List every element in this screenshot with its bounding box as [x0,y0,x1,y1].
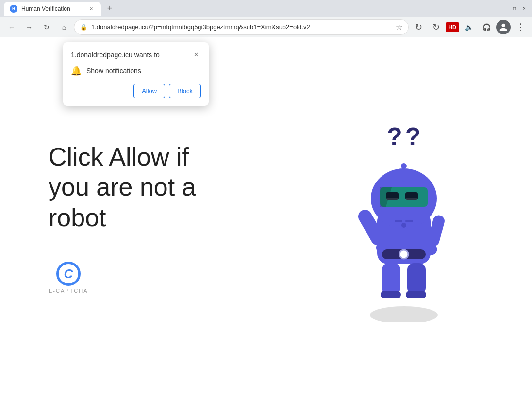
navigation-bar: ← → ↻ ⌂ 🔒 1.donaldredpage.icu/?p=mfqtmnt… [0,17,532,37]
address-bar[interactable]: 🔒 1.donaldredpage.icu/?p=mfqtmntbgq5gi3b… [74,19,409,35]
nav-right-buttons: ↻ ↻ HD 🔈 🎧 ⋮ [411,19,528,35]
menu-button[interactable]: ⋮ [513,19,528,35]
svg-rect-17 [405,198,418,200]
svg-rect-23 [406,291,426,298]
back-button[interactable]: ← [4,19,19,35]
profile-button[interactable] [496,20,511,34]
permission-text: Show notifications [86,67,141,75]
svg-point-24 [401,223,406,228]
block-button[interactable]: Block [169,84,201,98]
headphones-icon[interactable]: 🎧 [479,19,494,35]
captcha-icon: C [56,262,81,286]
close-window-button[interactable]: × [520,5,528,13]
robot-illustration: ?? [329,114,465,322]
window-controls: — □ × [501,5,528,13]
svg-point-19 [401,163,407,169]
svg-rect-26 [405,220,413,222]
speaker-icon[interactable]: 🔈 [461,19,477,35]
permission-popup: 1.donaldredpage.icu wants to × 🔔 Show no… [63,42,209,106]
popup-buttons: Allow Block [71,84,201,98]
home-button[interactable]: ⌂ [56,19,72,35]
forward-button[interactable]: → [21,19,37,35]
svg-rect-25 [395,220,402,222]
maximize-button[interactable]: □ [511,5,518,13]
new-tab-button[interactable]: + [103,2,116,16]
svg-rect-22 [381,291,401,298]
plugin-icon[interactable]: HD [446,22,459,32]
svg-rect-21 [407,263,426,295]
extensions-icon-2[interactable]: ↻ [428,19,444,35]
right-content: ?? [281,114,513,322]
bookmark-icon[interactable]: ☆ [396,22,402,32]
svg-rect-16 [386,198,399,200]
main-heading: Click Allow if you are not a robot [49,142,196,232]
captcha-label: E-CAPTCHA [49,288,88,294]
left-content: Click Allow if you are not a robot C E-C… [19,142,281,294]
tab-close-button[interactable]: × [87,5,95,13]
svg-rect-18 [402,167,405,182]
lock-icon: 🔒 [80,24,87,31]
popup-title: 1.donaldredpage.icu wants to [71,51,160,59]
popup-header: 1.donaldredpage.icu wants to × [71,50,201,60]
title-bar: H Human Verification × + — □ × [0,0,532,17]
svg-rect-20 [382,263,400,295]
minimize-button[interactable]: — [501,5,509,13]
browser-content: 1.donaldredpage.icu wants to × 🔔 Show no… [0,37,532,398]
extensions-icon-1[interactable]: ↻ [411,19,426,35]
reload-button[interactable]: ↻ [39,19,54,35]
tab-favicon: H [10,5,17,13]
browser-tab[interactable]: H Human Verification × [4,2,101,16]
address-text: 1.donaldredpage.icu/?p=mfqtmntbgq5gi3bpg… [91,23,392,31]
popup-permission-row: 🔔 Show notifications [71,66,201,76]
svg-text:??: ?? [387,122,424,150]
captcha-logo: C E-CAPTCHA [49,262,88,294]
svg-point-10 [399,250,408,259]
popup-close-button[interactable]: × [191,50,201,60]
allow-button[interactable]: Allow [133,84,165,98]
svg-point-1 [370,306,438,322]
bell-icon: 🔔 [71,66,82,76]
tab-title: Human Verification [21,5,70,12]
